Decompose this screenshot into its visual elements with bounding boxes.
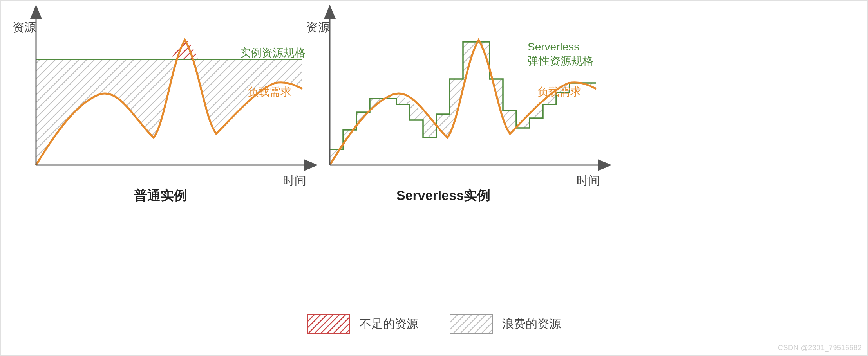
svg-rect-9 [450,315,493,334]
right-resource-label: Serverless 弹性资源规格 [528,40,593,68]
left-x-axis-label: 时间 [283,173,306,189]
svg-rect-0 [36,59,302,165]
legend-swatch-gray [450,314,493,334]
right-demand-label: 负载需求 [537,85,581,99]
legend-label-insufficient: 不足的资源 [360,316,418,332]
left-chart-title: 普通实例 [134,187,187,205]
right-chart-title: Serverless实例 [396,187,490,205]
left-y-axis-label: 资源 [13,20,36,36]
legend-label-wasted: 浪费的资源 [502,316,561,332]
legend-swatch-red [307,314,350,334]
watermark: CSDN @2301_79516682 [778,344,862,352]
right-x-axis-label: 时间 [577,173,600,189]
svg-rect-8 [308,315,350,334]
svg-rect-1 [154,32,216,63]
right-y-axis-label: 资源 [306,20,330,36]
legend-item-wasted: 浪费的资源 [450,314,561,334]
diagram-container: 资源 [0,0,868,356]
legend-item-insufficient: 不足的资源 [307,314,418,334]
left-resource-label: 实例资源规格 [240,46,306,60]
legend: 不足的资源 浪费的资源 [1,314,867,334]
left-demand-label: 负载需求 [248,85,291,99]
